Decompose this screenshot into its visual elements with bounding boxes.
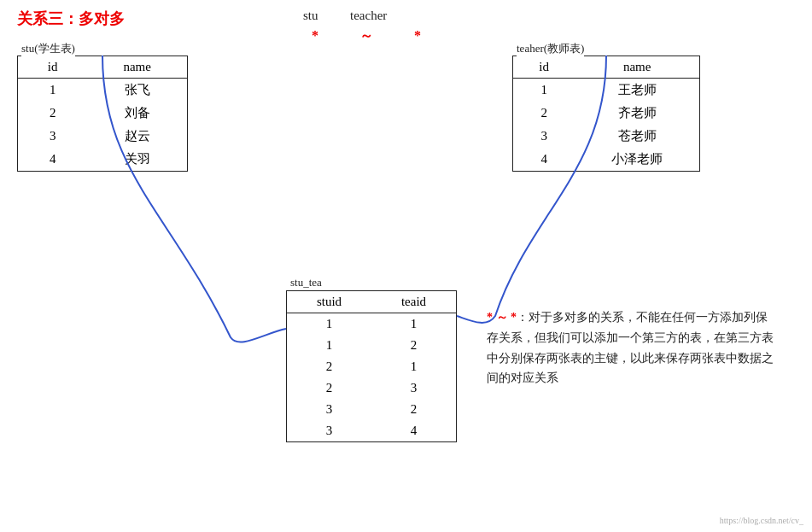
explanation: * ～ *：对于多对多的关系，不能在任何一方添加列保存关系，但我们可以添加一个第…	[487, 307, 777, 389]
teacher-table-label: teaher(教师表)	[517, 41, 584, 56]
table-row: 1王老师	[513, 79, 699, 102]
stu-col-name: name	[87, 56, 187, 79]
table-row: 11	[287, 313, 456, 336]
watermark: https://blog.csdn.net/cv_	[720, 516, 803, 525]
stu-tea-table-content: stuid teaid 111221233234	[287, 291, 456, 441]
explanation-text: ：对于多对多的关系，不能在任何一方添加列保存关系，但我们可以添加一个第三方的表，…	[487, 311, 774, 384]
page-title: 关系三：多对多	[17, 9, 795, 29]
teacher-col-name: name	[575, 56, 699, 79]
table-row: 1张飞	[18, 79, 187, 102]
teacher-table-content: id name 1王老师2齐老师3苍老师4小泽老师	[513, 56, 699, 171]
table-row: 21	[287, 356, 456, 377]
stu-tea-table-label: stu_tea	[290, 276, 322, 289]
stu-col-id: id	[18, 56, 87, 79]
stu-label: stu teacher	[303, 9, 387, 23]
teacher-table: teaher(教师表) id name 1王老师2齐老师3苍老师4小泽老师	[512, 56, 700, 172]
table-row: 3苍老师	[513, 125, 699, 148]
table-row: 23	[287, 377, 456, 399]
page-container: 关系三：多对多 stu teacher * ～ * stu(学生表) id na…	[0, 0, 812, 532]
stu-tea-table: stu_tea stuid teaid 111221233234	[286, 290, 457, 442]
explanation-symbol: * ～ *	[487, 311, 517, 324]
table-row: 3赵云	[18, 125, 187, 148]
table-row: 32	[287, 399, 456, 420]
stu-label-text: stu	[303, 9, 318, 22]
stu-table-label: stu(学生表)	[21, 41, 75, 56]
teacher-label-text: teacher	[350, 9, 387, 22]
table-row: 4小泽老师	[513, 148, 699, 171]
rel-symbols: * ～ *	[312, 27, 440, 45]
teacher-col-id: id	[513, 56, 575, 79]
stuid-col: stuid	[287, 291, 371, 313]
table-row: 4关羽	[18, 148, 187, 171]
stu-table-content: id name 1张飞2刘备3赵云4关羽	[18, 56, 187, 171]
table-row: 2齐老师	[513, 102, 699, 125]
table-row: 12	[287, 335, 456, 356]
table-row: 2刘备	[18, 102, 187, 125]
stu-table: stu(学生表) id name 1张飞2刘备3赵云4关羽	[17, 56, 188, 172]
teaid-col: teaid	[371, 291, 456, 313]
table-row: 34	[287, 420, 456, 441]
